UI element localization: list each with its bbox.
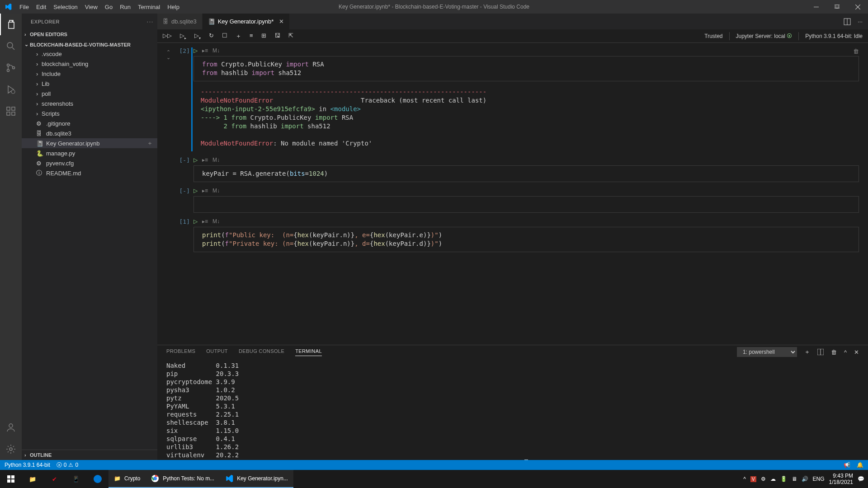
save-icon[interactable]: 🖫 xyxy=(274,32,280,40)
change-to-markdown-icon[interactable]: M↓ xyxy=(212,188,220,194)
run-below-icon[interactable]: ▷▾ xyxy=(194,32,201,40)
task-explorer-icon[interactable]: 📁 xyxy=(22,470,43,488)
terminal-output[interactable]: Naked 0.1.31 pip 20.3.3 pycryptodome 3.9… xyxy=(157,359,868,460)
bell-icon[interactable]: 🔔 xyxy=(857,462,863,468)
tray-network-icon[interactable]: 🖥 xyxy=(792,476,797,482)
tab-terminal[interactable]: TERMINAL xyxy=(295,348,322,356)
split-terminal-icon[interactable] xyxy=(817,349,824,355)
run-all-icon[interactable]: ▷▷ xyxy=(163,32,172,40)
tab-problems[interactable]: PROBLEMS xyxy=(166,348,195,356)
change-to-markdown-icon[interactable]: M↓ xyxy=(212,157,220,163)
menu-terminal[interactable]: Terminal xyxy=(134,1,164,13)
tray-lang[interactable]: ENG xyxy=(813,476,825,482)
tray-steam-icon[interactable]: ⚙ xyxy=(761,476,766,482)
tab-db-sqlite3[interactable]: 🗄db.sqlite3 xyxy=(157,14,203,29)
menu-selection[interactable]: Selection xyxy=(50,1,81,13)
close-button[interactable] xyxy=(847,0,868,14)
change-to-markdown-icon[interactable]: M↓ xyxy=(212,47,220,54)
folder-scripts[interactable]: ›Scripts xyxy=(22,108,157,118)
task-chrome[interactable]: Python Tests: No m... xyxy=(146,470,220,488)
kill-terminal-icon[interactable]: 🗑 xyxy=(831,349,837,356)
run-cell-icon[interactable]: ▷ xyxy=(193,188,198,194)
maximize-panel-icon[interactable]: ^ xyxy=(844,349,847,356)
close-tab-icon[interactable]: ✕ xyxy=(279,18,284,25)
run-debug-icon[interactable] xyxy=(0,79,22,100)
tab-output[interactable]: OUTPUT xyxy=(206,348,228,356)
run-by-line-icon[interactable]: ▸≡ xyxy=(202,218,208,225)
tray-volume-icon[interactable]: 🔊 xyxy=(802,476,808,482)
code-editor[interactable] xyxy=(193,197,859,213)
clear-output-icon[interactable]: ≡ xyxy=(250,32,253,40)
restart-icon[interactable]: ↻ xyxy=(209,32,214,40)
folder-screenshots[interactable]: ›screenshots xyxy=(22,99,157,108)
new-terminal-icon[interactable]: ＋ xyxy=(804,348,810,356)
change-to-markdown-icon[interactable]: M↓ xyxy=(212,218,220,225)
search-icon[interactable] xyxy=(0,35,22,57)
folder-poll[interactable]: ›poll xyxy=(22,89,157,99)
export-icon[interactable]: ⇱ xyxy=(288,32,293,40)
folder-vscode[interactable]: ›.vscode xyxy=(22,49,157,59)
tab-debug-console[interactable]: DEBUG CONSOLE xyxy=(239,348,284,356)
notebook-editor[interactable]: ⌃⌄ [2] ▷▸≡M↓🗑 from Crypto.PublicKey impo… xyxy=(157,43,868,345)
task-folder-crypto[interactable]: 📁Crypto xyxy=(108,470,146,488)
menu-edit[interactable]: Edit xyxy=(33,1,50,13)
run-by-line-icon[interactable]: ▸≡ xyxy=(202,188,208,194)
menu-run[interactable]: Run xyxy=(116,1,134,13)
status-python[interactable]: Python 3.9.1 64-bit xyxy=(5,461,50,469)
run-cell-icon[interactable]: ▷ xyxy=(193,218,198,225)
code-editor[interactable]: from Crypto.PublicKey import RSA from ha… xyxy=(193,56,859,81)
feedback-icon[interactable]: 📢 xyxy=(844,462,850,468)
settings-gear-icon[interactable] xyxy=(0,438,22,460)
extensions-icon[interactable] xyxy=(0,100,22,122)
folder-blockchain-voting[interactable]: ›blockchain_voting xyxy=(22,59,157,69)
interrupt-icon[interactable]: ☐ xyxy=(222,32,227,40)
jupyter-server-status[interactable]: Jupyter Server: local ⦿ xyxy=(736,33,793,39)
file-gitignore[interactable]: ⚙.gitignore xyxy=(22,118,157,128)
editor-more-icon[interactable]: ··· xyxy=(858,18,863,25)
close-panel-icon[interactable]: ✕ xyxy=(854,349,859,356)
run-cell-icon[interactable]: ▷ xyxy=(193,157,198,163)
task-edge-icon[interactable] xyxy=(87,470,108,488)
tray-battery-icon[interactable]: 🔋 xyxy=(780,476,787,482)
task-vscode[interactable]: Key Generator.ipyn... xyxy=(220,470,293,488)
file-readme-md[interactable]: ⓘREADME.md xyxy=(22,168,157,178)
split-editor-icon[interactable] xyxy=(844,18,851,25)
run-cell-icon[interactable]: ▷ xyxy=(193,47,198,54)
tab-key-generator[interactable]: 📓Key Generator.ipynb*✕ xyxy=(203,14,290,29)
file-pyvenv-cfg[interactable]: ⚙pyvenv.cfg xyxy=(22,158,157,168)
variable-icon[interactable]: ⊞ xyxy=(261,32,266,40)
python-kernel-status[interactable]: Python 3.9.1 64-bit: Idle xyxy=(805,33,863,39)
code-editor[interactable]: keyPair = RSA.generate(bits=1024) xyxy=(193,166,859,182)
tray-chevron-icon[interactable]: ^ xyxy=(743,476,746,482)
folder-lib[interactable]: ›Lib xyxy=(22,79,157,89)
file-db-sqlite3[interactable]: 🗄db.sqlite3 xyxy=(22,128,157,138)
collapse-up-icon[interactable]: ⌃ xyxy=(166,49,170,55)
trust-indicator[interactable]: Trusted xyxy=(704,33,722,39)
tray-notifications-icon[interactable]: 💬 xyxy=(858,476,864,482)
open-editors-section[interactable]: ›OPEN EDITORS xyxy=(22,30,157,38)
run-by-line-icon[interactable]: ▸≡ xyxy=(202,47,208,54)
task-app1-icon[interactable]: ✔ xyxy=(43,470,65,488)
file-key-generator[interactable]: 📓Key Generator.ipynb＋ xyxy=(22,138,157,148)
explorer-more-icon[interactable]: ··· xyxy=(147,19,154,24)
collapse-down-icon[interactable]: ⌄ xyxy=(166,55,170,60)
start-button[interactable] xyxy=(0,470,22,488)
file-manage-py[interactable]: 🐍manage.py xyxy=(22,148,157,158)
tray-icon-1[interactable]: V xyxy=(750,476,756,482)
run-by-line-icon[interactable]: ▸≡ xyxy=(202,157,208,163)
task-app2-icon[interactable]: 📱 xyxy=(65,470,87,488)
maximize-button[interactable] xyxy=(826,0,847,14)
project-section[interactable]: ⌄BLOCKCHAIN-BASED-E-VOTING-MASTER xyxy=(22,40,157,49)
menu-view[interactable]: View xyxy=(81,1,101,13)
menu-help[interactable]: Help xyxy=(164,1,183,13)
tray-clock[interactable]: 9:43 PM1/18/2021 xyxy=(829,473,853,485)
menu-file[interactable]: File xyxy=(16,1,33,13)
code-editor[interactable]: print(f"Public key: (n={hex(keyPair.n)},… xyxy=(193,227,859,252)
run-above-icon[interactable]: ▷▸ xyxy=(180,32,186,40)
delete-cell-icon[interactable]: 🗑 xyxy=(853,48,859,55)
account-icon[interactable] xyxy=(0,417,22,438)
folder-include[interactable]: ›Include xyxy=(22,69,157,79)
minimize-button[interactable] xyxy=(806,0,826,14)
terminal-select[interactable]: 1: powershell xyxy=(737,347,797,357)
status-errors[interactable]: ⓧ0 ⚠0 xyxy=(57,461,78,469)
